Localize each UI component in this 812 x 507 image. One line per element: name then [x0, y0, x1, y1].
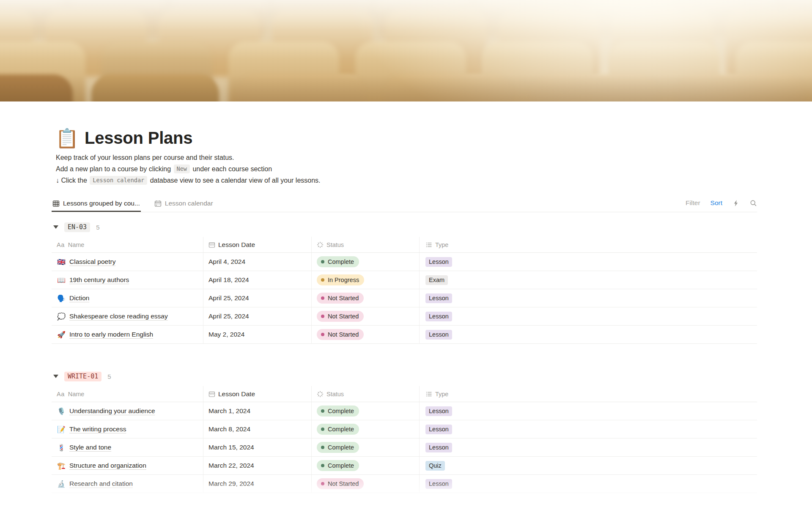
name-cell[interactable]: 🔬 Research and citation [52, 475, 203, 493]
status-cell[interactable]: Not Started [312, 307, 420, 325]
type-badge: Lesson [425, 443, 452, 452]
table-row[interactable]: 💭 Shakespeare close reading essay April … [52, 307, 757, 326]
status-cell[interactable]: Complete [312, 402, 420, 420]
filter-button[interactable]: Filter [686, 199, 700, 207]
status-badge: Not Started [317, 311, 364, 322]
name-cell[interactable]: 🇬🇧 Classical poetry [52, 253, 203, 271]
type-cell[interactable]: Lesson [420, 326, 757, 343]
table-row[interactable]: 📝 The writing process March 8, 2024 Comp… [52, 420, 757, 438]
status-cell[interactable]: Complete [312, 420, 420, 438]
tab-lessons-grouped-by-course[interactable]: Lessons grouped by cou... [52, 196, 141, 212]
row-title[interactable]: 19th century authors [69, 276, 129, 284]
type-badge: Exam [425, 275, 448, 285]
table-row[interactable]: 🚀 Intro to early modern English May 2, 2… [52, 326, 757, 344]
group-toggle-icon[interactable] [53, 225, 58, 229]
date-cell[interactable]: March 29, 2024 [203, 475, 312, 493]
column-header-type[interactable]: Type [420, 237, 757, 252]
column-header-status[interactable]: Status [312, 237, 420, 252]
column-header-name[interactable]: Aa Name [52, 237, 203, 252]
table-row[interactable]: 🗣️ Diction April 25, 2024 Not Started Le… [52, 289, 757, 307]
table-row[interactable]: 🎙️ Understanding your audience March 1, … [52, 402, 757, 420]
date-cell[interactable]: April 4, 2024 [203, 253, 312, 271]
type-cell[interactable]: Exam [420, 271, 757, 289]
name-cell[interactable]: 🏗️ Structure and organization [52, 457, 203, 474]
status-cell[interactable]: Complete [312, 253, 420, 271]
row-emoji-icon: 🗣️ [57, 294, 66, 302]
status-icon [317, 241, 324, 248]
column-header-status[interactable]: Status [312, 386, 420, 402]
column-header-name[interactable]: Aa Name [52, 386, 203, 402]
status-badge: Complete [317, 460, 359, 471]
tab-lesson-calendar[interactable]: Lesson calendar [154, 196, 214, 212]
lesson-calendar-inline-chip: Lesson calendar [90, 176, 147, 185]
type-cell[interactable]: Lesson [420, 253, 757, 271]
name-cell[interactable]: 📖 19th century authors [52, 271, 203, 289]
table-row[interactable]: 💈 Style and tone March 15, 2024 Complete… [52, 438, 757, 457]
type-cell[interactable]: Lesson [420, 289, 757, 307]
status-cell[interactable]: In Progress [312, 271, 420, 289]
date-cell[interactable]: March 22, 2024 [203, 457, 312, 474]
calendar-icon [208, 241, 215, 248]
date-cell[interactable]: May 2, 2024 [203, 326, 312, 343]
status-cell[interactable]: Not Started [312, 289, 420, 307]
name-cell[interactable]: 🎙️ Understanding your audience [52, 402, 203, 420]
name-cell[interactable]: 🗣️ Diction [52, 289, 203, 307]
type-badge: Lesson [425, 406, 452, 416]
row-title[interactable]: Understanding your audience [69, 407, 155, 415]
group-toggle-icon[interactable] [53, 375, 58, 378]
name-cell[interactable]: 💭 Shakespeare close reading essay [52, 307, 203, 325]
name-cell[interactable]: 💈 Style and tone [52, 438, 203, 456]
row-title[interactable]: Structure and organization [69, 462, 146, 469]
status-badge: Not Started [317, 293, 364, 304]
table-row[interactable]: 📖 19th century authors April 18, 2024 In… [52, 271, 757, 289]
lightning-icon[interactable] [732, 200, 740, 207]
row-title[interactable]: Research and citation [69, 480, 133, 488]
type-badge: Lesson [425, 330, 452, 340]
type-cell[interactable]: Quiz [420, 457, 757, 474]
row-title[interactable]: Shakespeare close reading essay [69, 312, 168, 320]
date-cell[interactable]: March 8, 2024 [203, 420, 312, 438]
date-cell[interactable]: April 18, 2024 [203, 271, 312, 289]
row-emoji-icon: 📝 [57, 425, 66, 433]
status-badge: Not Started [317, 478, 364, 489]
date-cell[interactable]: April 25, 2024 [203, 289, 312, 307]
row-title[interactable]: Intro to early modern English [69, 331, 153, 338]
row-emoji-icon: 🏗️ [57, 462, 66, 470]
table-row[interactable]: 🏗️ Structure and organization March 22, … [52, 457, 757, 475]
type-cell[interactable]: Lesson [420, 402, 757, 420]
date-cell[interactable]: March 15, 2024 [203, 438, 312, 456]
status-cell[interactable]: Complete [312, 438, 420, 456]
status-cell[interactable]: Not Started [312, 326, 420, 343]
name-cell[interactable]: 🚀 Intro to early modern English [52, 326, 203, 343]
row-title[interactable]: Diction [69, 294, 89, 302]
column-header-lesson-date[interactable]: Lesson Date [203, 237, 312, 252]
row-title[interactable]: The writing process [69, 425, 126, 433]
row-title[interactable]: Classical poetry [69, 258, 115, 266]
group-badge[interactable]: EN-03 [64, 222, 90, 232]
name-cell[interactable]: 📝 The writing process [52, 420, 203, 438]
status-badge: Complete [317, 256, 359, 267]
column-header-lesson-date[interactable]: Lesson Date [203, 386, 312, 402]
date-cell[interactable]: April 25, 2024 [203, 307, 312, 325]
description-line: Keep track of your lesson plans per cour… [56, 152, 757, 163]
status-badge: Not Started [317, 329, 364, 340]
date-cell[interactable]: March 1, 2024 [203, 402, 312, 420]
status-icon [317, 391, 324, 397]
status-dot-icon [321, 278, 324, 282]
table-row[interactable]: 🇬🇧 Classical poetry April 4, 2024 Comple… [52, 253, 757, 271]
table-row[interactable]: 🔬 Research and citation March 29, 2024 N… [52, 475, 757, 493]
type-cell[interactable]: Lesson [420, 475, 757, 493]
type-cell[interactable]: Lesson [420, 438, 757, 456]
row-title[interactable]: Style and tone [69, 444, 111, 451]
group-count: 5 [107, 373, 111, 380]
search-icon[interactable] [750, 200, 757, 207]
status-cell[interactable]: Not Started [312, 475, 420, 493]
group-badge[interactable]: WRITE-01 [64, 372, 102, 381]
type-cell[interactable]: Lesson [420, 307, 757, 325]
view-tab-bar: Lessons grouped by cou... [52, 196, 757, 212]
type-badge: Lesson [425, 479, 452, 489]
type-cell[interactable]: Lesson [420, 420, 757, 438]
status-cell[interactable]: Complete [312, 457, 420, 474]
column-header-type[interactable]: Type [420, 386, 757, 402]
sort-button[interactable]: Sort [710, 199, 722, 207]
